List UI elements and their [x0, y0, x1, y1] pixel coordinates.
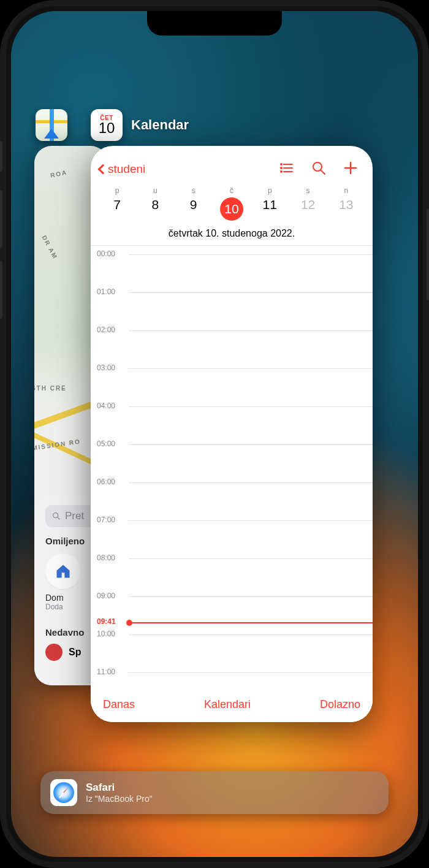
handoff-banner[interactable]: Safari Iz "MacBook Pro"	[40, 771, 389, 814]
date-cell[interactable]: 12	[289, 197, 327, 221]
hour-label: 03:00	[97, 364, 115, 372]
calendar-day-grid[interactable]: 00:0001:0002:0003:0004:0005:0006:0007:00…	[91, 245, 373, 691]
maps-recent-label: Sp	[69, 647, 81, 658]
app-card-calendar[interactable]: studeni p	[91, 146, 373, 722]
svg-point-7	[281, 171, 282, 172]
notch	[147, 11, 282, 36]
date-cell[interactable]: 8	[136, 197, 174, 221]
svg-line-9	[321, 170, 325, 174]
chevron-left-icon	[98, 164, 108, 175]
mute-switch	[0, 141, 2, 172]
safari-icon	[50, 779, 77, 806]
svg-point-6	[281, 167, 282, 169]
calendar-toolbar: Danas Kalendari Dolazno	[91, 691, 373, 722]
hour-label: 09:00	[97, 592, 115, 600]
inbox-button[interactable]: Dolazno	[320, 698, 360, 711]
date-cell[interactable]: 11	[251, 197, 289, 221]
hour-row: 01:00	[91, 292, 373, 330]
map-road-label: ROA	[50, 169, 68, 179]
hour-row: 02:00	[91, 330, 373, 368]
hour-row: 10:00	[91, 634, 373, 672]
weekday-label: s	[289, 186, 327, 195]
hour-label: 11:00	[97, 668, 115, 676]
screen: ČET 10 Kalendar ROA DR AM 6TH CRE MISSIO…	[11, 11, 418, 857]
maps-app-icon[interactable]	[36, 109, 67, 141]
calendar-app-title: Kalendar	[131, 117, 189, 133]
hour-label: 04:00	[97, 402, 115, 410]
calendar-date-row: 7 8 9 10 11 12 13	[91, 195, 373, 226]
hour-label: 08:00	[97, 554, 115, 562]
hour-label: 05:00	[97, 440, 115, 448]
home-icon	[55, 563, 72, 580]
phone-frame: ČET 10 Kalendar ROA DR AM 6TH CRE MISSIO…	[0, 0, 429, 868]
pin-icon	[45, 644, 63, 661]
hour-label: 02:00	[97, 326, 115, 334]
add-event-button[interactable]	[343, 161, 358, 178]
search-button[interactable]	[311, 161, 326, 178]
hour-label: 06:00	[97, 478, 115, 486]
svg-point-0	[53, 513, 58, 518]
weekday-label: p	[251, 186, 289, 195]
date-cell-today[interactable]: 10	[213, 197, 251, 221]
hour-row: 09:00	[91, 596, 373, 634]
maps-search-placeholder: Pret	[65, 510, 84, 522]
weekday-label: č	[213, 186, 251, 195]
hour-row: 04:00	[91, 406, 373, 444]
list-view-button[interactable]	[279, 161, 294, 178]
date-cell[interactable]: 13	[327, 197, 365, 221]
hour-row: 03:00	[91, 368, 373, 406]
weekday-label: s	[175, 186, 213, 195]
date-cell[interactable]: 9	[175, 197, 213, 221]
calendar-weekday-row: p u s č p s n	[91, 184, 373, 195]
map-road-label: 6TH CRE	[34, 385, 67, 392]
calendar-icon-day: 10	[99, 121, 115, 135]
hour-label: 10:00	[97, 630, 115, 638]
map-road-label: DR AM	[40, 234, 59, 261]
app-switcher[interactable]: ČET 10 Kalendar ROA DR AM 6TH CRE MISSIO…	[11, 11, 418, 857]
date-cell[interactable]: 7	[98, 197, 136, 221]
calendars-button[interactable]: Kalendari	[204, 698, 251, 711]
handoff-source-label: Iz "MacBook Pro"	[86, 794, 153, 804]
search-icon	[51, 511, 61, 521]
hour-row: 11:00	[91, 672, 373, 691]
svg-point-5	[281, 164, 282, 165]
today-button[interactable]: Danas	[103, 698, 135, 711]
svg-line-1	[58, 517, 59, 519]
volume-down-button	[0, 261, 2, 319]
hour-row: 05:00	[91, 444, 373, 482]
current-time-label: 09:41	[97, 617, 116, 626]
maps-favorite-home[interactable]	[45, 554, 81, 589]
volume-up-button	[0, 190, 2, 248]
weekday-label: n	[327, 186, 365, 195]
calendar-app-icon[interactable]: ČET 10	[91, 109, 123, 141]
calendar-back-label: studeni	[108, 162, 145, 176]
list-icon	[279, 161, 294, 175]
calendar-back-button[interactable]: studeni	[99, 162, 145, 176]
calendar-long-date: četvrtak 10. studenoga 2022.	[91, 226, 373, 245]
hour-row: 07:00	[91, 520, 373, 558]
hour-label: 01:00	[97, 287, 115, 296]
hour-row: 00:00	[91, 254, 373, 292]
weekday-label: u	[136, 186, 174, 195]
handoff-app-label: Safari	[86, 782, 153, 794]
hour-row: 06:00	[91, 482, 373, 520]
weekday-label: p	[98, 186, 136, 195]
search-icon	[311, 161, 326, 175]
hour-label: 00:00	[97, 249, 115, 258]
plus-icon	[343, 161, 358, 175]
svg-point-8	[313, 162, 322, 171]
hour-label: 07:00	[97, 516, 115, 524]
hour-row: 08:00	[91, 558, 373, 596]
side-button	[427, 208, 429, 300]
